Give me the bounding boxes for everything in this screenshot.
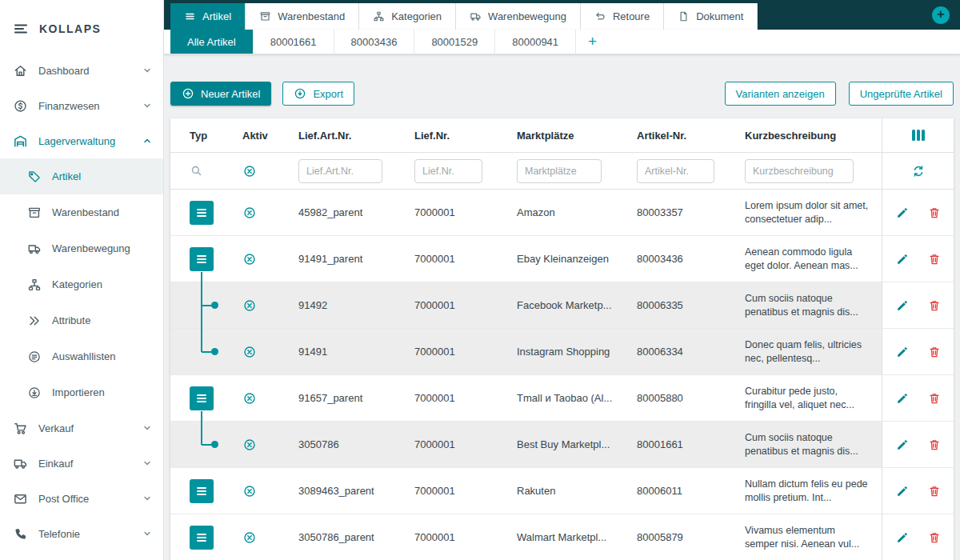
table-header-row: Typ Aktiv Lief.Art.Nr. Lief.Nr. Marktplä… [170,118,954,153]
article-tab[interactable]: 80003436 [334,30,415,54]
workspace-tab-warenbewegung[interactable]: Warenbewegung [456,3,581,30]
sidebar-item-dashboard[interactable]: Dashboard [0,53,163,88]
sidebar-item-telefonie[interactable]: Telefonie [0,516,163,551]
edit-button[interactable] [894,436,911,454]
header-typ: Typ [170,118,223,152]
active-status-icon [242,484,257,498]
table-row[interactable]: 91491_parent 7000001 Ebay Kleinanzeigen … [170,236,954,282]
kurzbeschreibung-cell: Curabitur pede justo, fringilla vel, ali… [743,385,882,412]
workspace-tab-label: Warenbewegung [488,10,566,22]
edit-button[interactable] [894,529,911,546]
sidebar-item-importieren[interactable]: Importieren [0,374,163,410]
table-row[interactable]: 3050786 7000001 Best Buy Marketpl... 800… [170,422,954,468]
edit-button[interactable] [894,297,911,314]
workspace-tab-retoure[interactable]: Retoure [581,3,664,30]
delete-button[interactable] [926,204,943,222]
filter-kurzbeschreibung-input[interactable] [745,159,854,183]
actions-cell [882,236,954,282]
sidebar-item-finanzwesen[interactable]: Finanzwesen [0,88,163,123]
table-row[interactable]: 45982_parent 7000001 Amazon 80003357 Lor… [170,190,954,236]
sidebar: KOLLAPS Dashboard Finanzwesen Lagerverwa… [0,0,164,560]
sidebar-item-label: Finanzwesen [38,100,132,112]
sidebar-item-label: Artikel [52,170,152,182]
edit-button[interactable] [894,250,911,268]
kurzbeschreibung-cell: Lorem ipsum dolor sit amet, consectetuer… [743,199,882,226]
edit-button[interactable] [894,482,911,500]
tag-icon [27,170,42,184]
sidebar-item-label: Einkauf [38,458,132,470]
sidebar-item-label: Auswahllisten [52,350,152,362]
variant-list-button[interactable] [190,386,214,410]
type-cell [170,514,223,560]
sidebar-item-warenbewegung[interactable]: Warenbewegung [0,230,163,266]
export-button[interactable]: Export [282,82,354,106]
sidebar-item-auswahllisten[interactable]: Auswahllisten [0,338,163,374]
variant-list-button[interactable] [190,479,214,503]
add-article-tab-button[interactable]: + [576,30,609,54]
delete-button[interactable] [926,529,943,546]
workspace-tab-warenbestand[interactable]: Warenbestand [246,3,359,30]
marktplaetze-cell: Instagram Shopping [515,346,635,358]
sidebar-item-label: Dashboard [38,65,132,77]
unverified-articles-button[interactable]: Ungeprüfte Artikel [849,82,954,106]
new-article-button[interactable]: Neuer Artikel [170,82,271,106]
workspace-tab-kategorien[interactable]: Kategorien [359,3,456,30]
filter-lief-nr-input[interactable] [414,159,482,183]
article-tab[interactable]: Alle Artikel [170,30,254,54]
filter-marktplaetze-input[interactable] [517,159,602,183]
workspace-tab-dokument[interactable]: Dokument [664,3,758,30]
article-tab[interactable]: 80001661 [254,30,334,54]
workspace-tab-artikel[interactable]: Artikel [170,3,246,30]
kurzbeschreibung-cell: Cum sociis natoque penatibus et magnis d… [743,431,882,458]
hamburger-menu-icon[interactable] [13,21,29,37]
show-variants-label: Varianten anzeigen [736,88,825,100]
variant-list-button[interactable] [190,247,214,271]
delete-button[interactable] [926,343,943,361]
columns-icon[interactable] [912,130,925,141]
active-cell [223,530,297,545]
table-row[interactable]: 91492 7000001 Facebook Marketp... 800063… [170,282,954,329]
article-tab-label: Alle Artikel [187,36,236,48]
delete-button[interactable] [926,482,943,500]
active-cell [223,484,297,498]
filter-lief-art-nr-input[interactable] [298,159,382,183]
sidebar-item-verkauf[interactable]: Verkauf [0,410,163,446]
edit-button[interactable] [894,390,911,407]
cart-icon [13,421,28,436]
edit-button[interactable] [894,204,911,222]
filter-artikel-nr-input[interactable] [637,159,714,183]
delete-button[interactable] [926,250,943,268]
tree-connector-line [201,329,202,352]
article-tab[interactable]: 80000941 [495,30,576,54]
sidebar-item-attribute[interactable]: Attribute [0,302,163,338]
table-row[interactable]: 3050786_parent 7000001 Walmart Marketpl.… [170,514,954,560]
header-lief-art-nr: Lief.Art.Nr. [297,130,413,142]
add-workspace-tab-button[interactable]: + [932,6,950,24]
delete-button[interactable] [926,297,943,314]
sitemap-icon [27,278,42,292]
table-row[interactable]: 91657_parent 7000001 Tmall и Taobao (Al.… [170,375,954,422]
show-variants-button[interactable]: Varianten anzeigen [725,82,836,106]
marktplaetze-cell: Tmall и Taobao (Al... [515,392,635,404]
table-row[interactable]: 3089463_parent 7000001 Rakuten 80006011 … [170,468,954,514]
sidebar-item-artikel[interactable]: Artikel [0,158,163,194]
workspace-tab-label: Retoure [613,10,650,22]
sidebar-item-einkauf[interactable]: Einkauf [0,446,163,481]
lief-art-nr-cell: 91491 [297,346,413,358]
variant-list-button[interactable] [190,526,214,550]
sidebar-item-warenbestand[interactable]: Warenbestand [0,194,163,230]
actions-cell [882,329,954,374]
sidebar-item-post-office[interactable]: Post Office [0,481,163,516]
active-filter-icon[interactable] [242,164,257,178]
content-area: Neuer Artikel Export Varianten anzeigen … [164,54,960,560]
edit-button[interactable] [894,343,911,361]
refresh-icon[interactable] [911,164,926,178]
delete-button[interactable] [926,390,943,407]
sidebar-item-kategorien[interactable]: Kategorien [0,266,163,302]
sidebar-item-lagerverwaltung[interactable]: Lagerverwaltung [0,123,163,158]
article-tab[interactable]: 80001529 [414,30,495,54]
delete-button[interactable] [926,436,943,454]
table-row[interactable]: 91491 7000001 Instagram Shopping 8000633… [170,329,954,375]
workspace-tab-label: Warenbestand [278,10,345,22]
variant-list-button[interactable] [190,201,214,225]
